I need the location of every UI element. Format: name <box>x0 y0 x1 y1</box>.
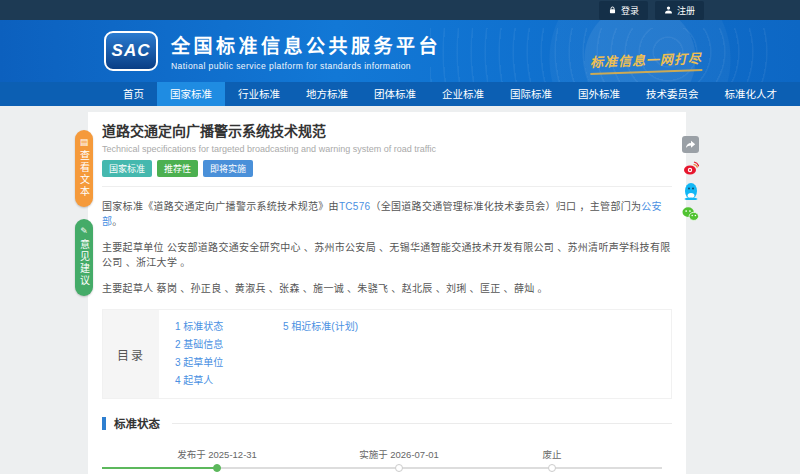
toc-box: 目录 1 标准状态2 基础信息3 起草单位4 起草人5 相近标准(计划) <box>102 309 672 399</box>
share-column <box>682 136 699 222</box>
weibo-icon[interactable] <box>682 159 699 176</box>
wechat-icon[interactable] <box>682 205 699 222</box>
person-icon <box>664 5 673 15</box>
site-banner: SAC 全国标准信息公共服务平台 National public service… <box>0 20 800 82</box>
document-icon: ▤ <box>80 137 89 147</box>
feedback-tab[interactable]: ✎意见建议 <box>75 219 93 296</box>
qq-icon[interactable] <box>682 182 699 199</box>
timeline-dot <box>548 464 556 472</box>
standard-title-en: Technical specifications for targeted br… <box>102 144 672 154</box>
header-rule <box>172 423 672 424</box>
nav-item[interactable]: 团体标准 <box>361 82 429 106</box>
nav-item[interactable]: 国际标准 <box>497 82 565 106</box>
nav-item[interactable]: 企业标准 <box>429 82 497 106</box>
timeline-label: 实施于 2026-07-01 <box>359 447 439 461</box>
main-nav: 首页国家标准行业标准地方标准团体标准企业标准国际标准国外标准技术委员会标准化人才 <box>0 82 800 106</box>
toc-link[interactable]: 1 标准状态 <box>175 318 283 336</box>
section-accent-bar <box>102 417 106 430</box>
site-subtitle: National public service platform for sta… <box>171 61 441 71</box>
status-section-header: 标准状态 <box>102 415 672 431</box>
toc-link[interactable]: 5 相近标准(计划) <box>283 318 391 336</box>
standard-tag-row: 国家标准推荐性即将实施 <box>102 160 672 177</box>
timeline-progress <box>102 467 217 469</box>
lock-icon <box>608 5 617 15</box>
site-title: 全国标准信息公共服务平台 <box>171 31 441 58</box>
nav-item[interactable]: 行业标准 <box>225 82 293 106</box>
nav-item[interactable]: 地方标准 <box>293 82 361 106</box>
side-tab-label: 意见建议 <box>77 239 92 287</box>
nav-item[interactable]: 国外标准 <box>565 82 633 106</box>
side-tab-group: ▤查看文本✎意见建议 <box>75 130 93 296</box>
register-button[interactable]: 注册 <box>655 1 704 20</box>
view-text-tab[interactable]: ▤查看文本 <box>75 130 93 207</box>
toc-links: 1 标准状态2 基础信息3 起草单位4 起草人5 相近标准(计划) <box>159 310 391 398</box>
edit-icon: ✎ <box>80 226 88 236</box>
toc-link[interactable]: 2 基础信息 <box>175 336 283 354</box>
nav-item[interactable]: 标准化人才 <box>712 82 791 106</box>
toc-label: 目录 <box>103 310 159 398</box>
toc-link[interactable]: 4 起草人 <box>175 372 283 390</box>
timeline-label: 废止 <box>542 447 561 461</box>
drafting-units-paragraph: 主要起草单位 公安部道路交通安全研究中心 、苏州市公安局 、无锡华通智能交通技术… <box>102 239 672 269</box>
toc-column: 5 相近标准(计划) <box>283 318 391 390</box>
sac-logo: SAC <box>104 31 158 71</box>
timeline-label: 发布于 2025-12-31 <box>177 447 257 461</box>
standard-tag: 即将实施 <box>203 160 253 177</box>
timeline-dot <box>213 464 221 472</box>
drafters-paragraph: 主要起草人 蔡岗 、孙正良 、黄淑兵 、张森 、施一诚 、朱骁飞 、赵北辰 、刘… <box>102 280 672 295</box>
nav-item[interactable]: 国家标准 <box>157 82 225 106</box>
login-button[interactable]: 登录 <box>599 1 648 20</box>
side-tab-label: 查看文本 <box>77 150 92 198</box>
toc-link[interactable]: 3 起草单位 <box>175 354 283 372</box>
standard-tag: 国家标准 <box>102 160 152 177</box>
standard-detail-card: 道路交通定向广播警示系统技术规范 Technical specification… <box>88 112 686 474</box>
top-bar: 登录 注册 <box>0 0 800 20</box>
status-timeline: 发布于 2025-12-31实施于 2026-07-01废止 <box>102 441 668 474</box>
nav-item[interactable]: 技术委员会 <box>633 82 712 106</box>
status-section-title: 标准状态 <box>114 415 160 431</box>
timeline-dot <box>395 464 403 472</box>
toc-column: 1 标准状态2 基础信息3 起草单位4 起草人 <box>175 318 283 390</box>
nav-item[interactable]: 首页 <box>110 82 157 106</box>
standard-tag: 推荐性 <box>157 160 198 177</box>
divider <box>102 186 672 187</box>
intro-paragraph: 国家标准《道路交通定向广播警示系统技术规范》由TC576（全国道路交通管理标准化… <box>102 198 672 228</box>
banner-slogan: 标准信息一网打尽 <box>590 48 703 75</box>
standard-title-cn: 道路交通定向广播警示系统技术规范 <box>102 120 672 140</box>
share-icon[interactable] <box>682 136 699 153</box>
tc-link[interactable]: TC576 <box>339 201 371 212</box>
